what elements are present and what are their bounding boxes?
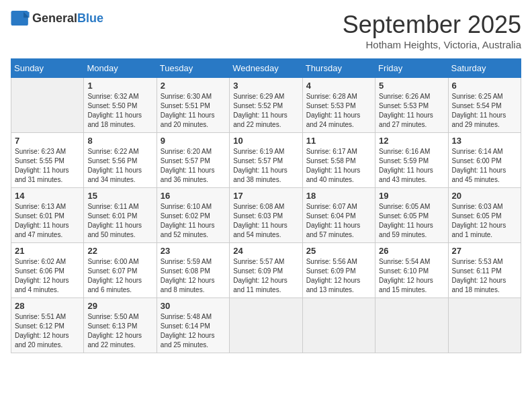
calendar-cell: 18Sunrise: 6:07 AM Sunset: 6:04 PM Dayli… [302,188,375,243]
calendar-cell: 12Sunrise: 6:16 AM Sunset: 5:59 PM Dayli… [375,133,448,188]
day-info: Sunrise: 5:54 AM Sunset: 6:10 PM Dayligh… [379,257,444,295]
weekday-header: Friday [375,59,448,78]
day-info: Sunrise: 6:30 AM Sunset: 5:51 PM Dayligh… [161,92,226,130]
day-info: Sunrise: 5:48 AM Sunset: 6:14 PM Dayligh… [161,312,226,350]
day-info: Sunrise: 6:05 AM Sunset: 6:05 PM Dayligh… [379,202,444,240]
day-info: Sunrise: 6:03 AM Sunset: 6:05 PM Dayligh… [452,202,517,240]
calendar-cell: 6Sunrise: 6:25 AM Sunset: 5:54 PM Daylig… [448,78,521,133]
day-info: Sunrise: 6:29 AM Sunset: 5:52 PM Dayligh… [233,92,298,130]
calendar-cell: 10Sunrise: 6:19 AM Sunset: 5:57 PM Dayli… [230,133,302,188]
day-number: 10 [233,136,298,146]
calendar-cell: 2Sunrise: 6:30 AM Sunset: 5:51 PM Daylig… [157,78,229,133]
day-info: Sunrise: 6:00 AM Sunset: 6:07 PM Dayligh… [87,257,152,295]
day-info: Sunrise: 6:16 AM Sunset: 5:59 PM Dayligh… [379,147,444,185]
day-number: 18 [306,191,371,201]
calendar-cell [230,298,302,353]
month-title: September 2025 [343,11,521,39]
day-info: Sunrise: 6:08 AM Sunset: 6:03 PM Dayligh… [233,202,298,240]
day-number: 9 [161,136,226,146]
title-area: September 2025 Hotham Heights, Victoria,… [343,11,521,50]
day-number: 14 [15,191,80,201]
calendar-cell [11,78,84,133]
calendar-week-row: 7Sunrise: 6:23 AM Sunset: 5:55 PM Daylig… [11,133,521,188]
weekday-header: Monday [84,59,157,78]
logo-blue: Blue [77,11,103,25]
calendar-cell: 30Sunrise: 5:48 AM Sunset: 6:14 PM Dayli… [157,298,229,353]
calendar-cell: 15Sunrise: 6:11 AM Sunset: 6:01 PM Dayli… [84,188,157,243]
day-number: 22 [87,246,152,256]
day-number: 12 [379,136,444,146]
calendar-cell: 11Sunrise: 6:17 AM Sunset: 5:58 PM Dayli… [302,133,375,188]
day-info: Sunrise: 5:59 AM Sunset: 6:08 PM Dayligh… [161,257,226,295]
weekday-header: Sunday [11,59,84,78]
day-number: 11 [306,136,371,146]
location-title: Hotham Heights, Victoria, Australia [343,39,521,50]
day-number: 30 [161,301,226,311]
day-number: 17 [233,191,298,201]
weekday-header: Wednesday [230,59,302,78]
weekday-header: Thursday [302,59,375,78]
logo-general: General [32,11,77,25]
calendar-cell: 7Sunrise: 6:23 AM Sunset: 5:55 PM Daylig… [11,133,84,188]
day-info: Sunrise: 6:20 AM Sunset: 5:57 PM Dayligh… [161,147,226,185]
day-info: Sunrise: 6:26 AM Sunset: 5:53 PM Dayligh… [379,92,444,130]
day-number: 25 [306,246,371,256]
calendar-cell: 28Sunrise: 5:51 AM Sunset: 6:12 PM Dayli… [11,298,84,353]
day-info: Sunrise: 6:10 AM Sunset: 6:02 PM Dayligh… [161,202,226,240]
calendar-cell: 21Sunrise: 6:02 AM Sunset: 6:06 PM Dayli… [11,243,84,298]
calendar-cell: 19Sunrise: 6:05 AM Sunset: 6:05 PM Dayli… [375,188,448,243]
calendar-week-row: 21Sunrise: 6:02 AM Sunset: 6:06 PM Dayli… [11,243,521,298]
calendar-cell: 4Sunrise: 6:28 AM Sunset: 5:53 PM Daylig… [302,78,375,133]
calendar-cell [302,298,375,353]
day-info: Sunrise: 5:53 AM Sunset: 6:11 PM Dayligh… [452,257,517,295]
day-number: 4 [306,81,371,91]
day-number: 8 [87,136,152,146]
calendar-cell [375,298,448,353]
calendar-cell: 20Sunrise: 6:03 AM Sunset: 6:05 PM Dayli… [448,188,521,243]
day-info: Sunrise: 5:57 AM Sunset: 6:09 PM Dayligh… [233,257,298,295]
day-info: Sunrise: 6:22 AM Sunset: 5:56 PM Dayligh… [87,147,152,185]
day-info: Sunrise: 6:25 AM Sunset: 5:54 PM Dayligh… [452,92,517,130]
calendar-week-row: 1Sunrise: 6:32 AM Sunset: 5:50 PM Daylig… [11,78,521,133]
calendar-cell: 9Sunrise: 6:20 AM Sunset: 5:57 PM Daylig… [157,133,229,188]
calendar-cell: 26Sunrise: 5:54 AM Sunset: 6:10 PM Dayli… [375,243,448,298]
day-info: Sunrise: 6:23 AM Sunset: 5:55 PM Dayligh… [15,147,80,185]
calendar-header: SundayMondayTuesdayWednesdayThursdayFrid… [11,59,521,78]
day-number: 29 [87,301,152,311]
calendar-cell: 16Sunrise: 6:10 AM Sunset: 6:02 PM Dayli… [157,188,229,243]
day-number: 2 [161,81,226,91]
day-number: 20 [452,191,517,201]
calendar-cell: 23Sunrise: 5:59 AM Sunset: 6:08 PM Dayli… [157,243,229,298]
calendar-cell: 25Sunrise: 5:56 AM Sunset: 6:09 PM Dayli… [302,243,375,298]
day-info: Sunrise: 6:28 AM Sunset: 5:53 PM Dayligh… [306,92,371,130]
calendar-cell: 13Sunrise: 6:14 AM Sunset: 6:00 PM Dayli… [448,133,521,188]
calendar-cell: 22Sunrise: 6:00 AM Sunset: 6:07 PM Dayli… [84,243,157,298]
day-number: 3 [233,81,298,91]
calendar-cell: 14Sunrise: 6:13 AM Sunset: 6:01 PM Dayli… [11,188,84,243]
day-info: Sunrise: 6:14 AM Sunset: 6:00 PM Dayligh… [452,147,517,185]
day-number: 1 [87,81,152,91]
calendar-cell [448,298,521,353]
calendar-cell: 17Sunrise: 6:08 AM Sunset: 6:03 PM Dayli… [230,188,302,243]
calendar-week-row: 28Sunrise: 5:51 AM Sunset: 6:12 PM Dayli… [11,298,521,353]
weekday-header: Saturday [448,59,521,78]
calendar-cell: 27Sunrise: 5:53 AM Sunset: 6:11 PM Dayli… [448,243,521,298]
calendar-cell: 8Sunrise: 6:22 AM Sunset: 5:56 PM Daylig… [84,133,157,188]
day-number: 21 [15,246,80,256]
weekday-header: Tuesday [157,59,229,78]
day-number: 15 [87,191,152,201]
day-number: 27 [452,246,517,256]
calendar-cell: 1Sunrise: 6:32 AM Sunset: 5:50 PM Daylig… [84,78,157,133]
calendar-body: 1Sunrise: 6:32 AM Sunset: 5:50 PM Daylig… [11,78,521,353]
day-info: Sunrise: 5:56 AM Sunset: 6:09 PM Dayligh… [306,257,371,295]
day-number: 28 [15,301,80,311]
day-info: Sunrise: 6:11 AM Sunset: 6:01 PM Dayligh… [87,202,152,240]
calendar-cell: 29Sunrise: 5:50 AM Sunset: 6:13 PM Dayli… [84,298,157,353]
logo-icon [11,11,30,26]
calendar-week-row: 14Sunrise: 6:13 AM Sunset: 6:01 PM Dayli… [11,188,521,243]
day-number: 6 [452,81,517,91]
day-info: Sunrise: 6:07 AM Sunset: 6:04 PM Dayligh… [306,202,371,240]
day-number: 5 [379,81,444,91]
day-info: Sunrise: 5:50 AM Sunset: 6:13 PM Dayligh… [87,312,152,350]
day-info: Sunrise: 6:13 AM Sunset: 6:01 PM Dayligh… [15,202,80,240]
